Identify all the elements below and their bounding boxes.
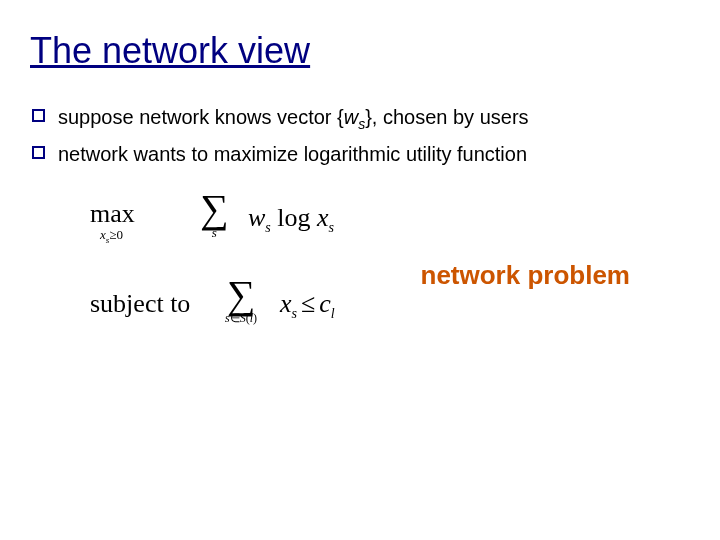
- annotation-network-problem: network problem: [421, 260, 630, 291]
- sum2-l: l: [250, 311, 253, 325]
- max-constraint: xs≥0: [100, 227, 135, 245]
- slide-title: The network view: [30, 30, 690, 72]
- max-operator: max xs≥0: [90, 199, 135, 245]
- sum-objective: ∑ s: [200, 189, 229, 241]
- subject-to-label: subject to: [90, 289, 190, 319]
- sigma-icon-2: ∑: [225, 275, 257, 315]
- bullet-2: network wants to maximize logarithmic ut…: [30, 139, 690, 169]
- con-x: x: [280, 289, 292, 318]
- obj-w: w: [248, 203, 265, 232]
- bullet-1-text-pre: suppose network knows vector {: [58, 106, 344, 128]
- sum2-in: ∈: [230, 311, 240, 325]
- con-c: c: [319, 289, 331, 318]
- objective-expression: ws log xs: [248, 203, 334, 236]
- con-c-sub: l: [331, 306, 335, 321]
- sigma-icon: ∑: [200, 189, 229, 229]
- bullet-1: suppose network knows vector {ws}, chose…: [30, 102, 690, 135]
- obj-x: x: [317, 203, 329, 232]
- sum-constraint: ∑ s∈S(l): [225, 275, 257, 326]
- max-sub-ge0: ≥0: [109, 227, 123, 242]
- sum2-S: S: [240, 311, 246, 325]
- bullet-1-var-w: w: [344, 106, 358, 128]
- bullet-1-text-post: }, chosen by users: [365, 106, 528, 128]
- sum2-index: s∈S(l): [225, 311, 257, 326]
- obj-log: log: [271, 203, 317, 232]
- max-label: max: [90, 199, 135, 229]
- constraint-expression: xs≤cl: [280, 289, 335, 322]
- le-symbol: ≤: [297, 289, 319, 318]
- slide: The network view suppose network knows v…: [0, 0, 720, 540]
- obj-x-sub: s: [329, 220, 334, 235]
- bullet-2-text: network wants to maximize logarithmic ut…: [58, 143, 527, 165]
- bullet-list: suppose network knows vector {ws}, chose…: [30, 102, 690, 169]
